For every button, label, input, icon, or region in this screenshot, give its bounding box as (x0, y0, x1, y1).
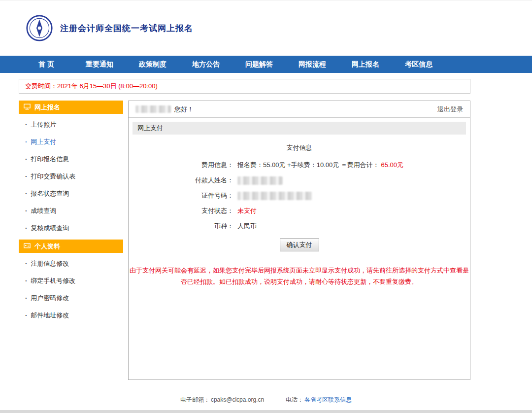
sidebar-list-personal: 注册信息修改 绑定手机号修改 用户密码修改 邮件地址修改 (19, 253, 123, 327)
footer-email: 电子邮箱： cpaks@cicpa.org.cn (180, 396, 264, 404)
greeting-bar: 您好！ 退出登录 (129, 101, 470, 118)
greeting: 您好！ (135, 105, 194, 114)
sidebar-item-print-registration-info[interactable]: 打印报名信息 (19, 150, 123, 168)
sidebar-item-online-payment[interactable]: 网上支付 (19, 133, 123, 150)
id-card-icon (24, 242, 31, 250)
redacted-id-number (237, 192, 312, 200)
footer-email-label: 电子邮箱： (180, 396, 210, 404)
nav-item-registration-process[interactable]: 网报流程 (286, 56, 339, 73)
sidebar-item-modify-bound-phone[interactable]: 绑定手机号修改 (19, 272, 123, 289)
monitor-icon (24, 103, 31, 111)
sidebar-item-score-review-inquiry[interactable]: 复核成绩查询 (19, 219, 123, 237)
bottom-strip (0, 410, 532, 413)
sidebar-item-registration-status-inquiry[interactable]: 报名状态查询 (19, 185, 123, 202)
nav-item-faq[interactable]: 问题解答 (233, 56, 286, 73)
sidebar-item-modify-password[interactable]: 用户密码修改 (19, 289, 123, 307)
content-area: 网上报名 上传照片 网上支付 打印报名信息 打印交费确认表 报名状态查询 成绩查… (19, 101, 470, 389)
nav-item-home[interactable]: 首 页 (20, 56, 73, 73)
confirm-payment-button[interactable]: 确认支付 (280, 239, 319, 251)
site-title: 注册会计师全国统一考试网上报名 (60, 23, 193, 34)
fee-info-value: 报名费：55.00元 +手续费：10.00元 ＝费用合计： 65.00元 (237, 161, 403, 170)
payment-details: 费用信息： 报名费：55.00元 +手续费：10.00元 ＝费用合计： 65.0… (195, 161, 403, 231)
sidebar-item-print-payment-confirmation[interactable]: 打印交费确认表 (19, 168, 123, 185)
payer-name-label: 付款人姓名： (195, 176, 233, 185)
cicpa-logo-icon (26, 14, 53, 42)
payer-name-value (237, 176, 403, 184)
content-panel: 您好！ 退出登录 网上支付 支付信息 费用信息： 报名费：55.00元 +手续费… (128, 101, 470, 380)
id-number-value (237, 191, 403, 200)
sidebar-section-online-registration: 网上报名 (19, 101, 123, 114)
site-footer: 电子邮箱： cpaks@cicpa.org.cn 电话： 各省考区联系信息 (0, 389, 532, 410)
nav-item-policies[interactable]: 政策制度 (126, 56, 179, 73)
payment-status-value: 未支付 (237, 206, 403, 215)
footer-email-value: cpaks@cicpa.org.cn (211, 396, 264, 403)
sidebar-item-modify-registration-info[interactable]: 注册信息修改 (19, 255, 123, 272)
nav-item-local-announcements[interactable]: 地方公告 (179, 56, 233, 73)
redacted-payer-name (237, 176, 283, 185)
site-header: 注册会计师全国统一考试网上报名 (0, 0, 532, 56)
fee-breakdown: 报名费：55.00元 +手续费：10.00元 ＝费用合计： (237, 161, 379, 169)
sidebar-section-title: 个人资料 (34, 242, 60, 251)
currency-value: 人民币 (237, 222, 403, 231)
sidebar-item-modify-email[interactable]: 邮件地址修改 (19, 307, 123, 324)
sidebar-item-score-inquiry[interactable]: 成绩查询 (19, 202, 123, 219)
redacted-user-name (135, 105, 171, 113)
sidebar-section-personal-info: 个人资料 (19, 240, 123, 253)
payment-info: 支付信息 费用信息： 报名费：55.00元 +手续费：10.00元 ＝费用合计：… (129, 135, 470, 288)
page: 注册会计师全国统一考试网上报名 首 页 重要通知 政策制度 地方公告 问题解答 … (0, 0, 532, 413)
footer-phone-label: 电话： (286, 396, 303, 404)
greeting-text: 您好！ (174, 105, 194, 114)
currency-label: 币种： (195, 222, 233, 231)
notice-bar: 交费时间：2021年 6月15—30日 (8:00—20:00) (19, 79, 470, 94)
fee-info-label: 费用信息： (195, 161, 233, 170)
fee-total: 65.00元 (381, 161, 403, 169)
payment-period-text: 交费时间：2021年 6月15—30日 (8:00—20:00) (25, 82, 158, 91)
section-title-bar: 网上支付 (133, 122, 466, 135)
payment-status-label: 支付状态： (195, 206, 233, 215)
sidebar-list-registration: 上传照片 网上支付 打印报名信息 打印交费确认表 报名状态查询 成绩查询 复核成… (19, 114, 123, 240)
nav-item-online-registration[interactable]: 网上报名 (339, 56, 392, 73)
sidebar: 网上报名 上传照片 网上支付 打印报名信息 打印交费确认表 报名状态查询 成绩查… (19, 101, 123, 327)
nav-item-exam-area-info[interactable]: 考区信息 (392, 56, 445, 73)
footer-phone: 电话： 各省考区联系信息 (286, 396, 352, 404)
logout-link[interactable]: 退出登录 (437, 105, 463, 114)
main-nav: 首 页 重要通知 政策制度 地方公告 问题解答 网报流程 网上报名 考区信息 (0, 56, 532, 73)
sidebar-item-upload-photo[interactable]: 上传照片 (19, 116, 123, 133)
footer-exam-area-contact-link[interactable]: 各省考区联系信息 (304, 396, 352, 404)
payment-delay-warning: 由于支付网关可能会有延迟，如果您支付完毕后网报系统页面未立即显示支付成功，请先前… (130, 265, 469, 288)
id-number-label: 证件号码： (195, 191, 233, 200)
confirm-button-row: 确认支付 (129, 239, 470, 251)
payment-info-title: 支付信息 (129, 143, 470, 152)
nav-item-important-notices[interactable]: 重要通知 (73, 56, 126, 73)
sidebar-section-title: 网上报名 (34, 103, 60, 112)
